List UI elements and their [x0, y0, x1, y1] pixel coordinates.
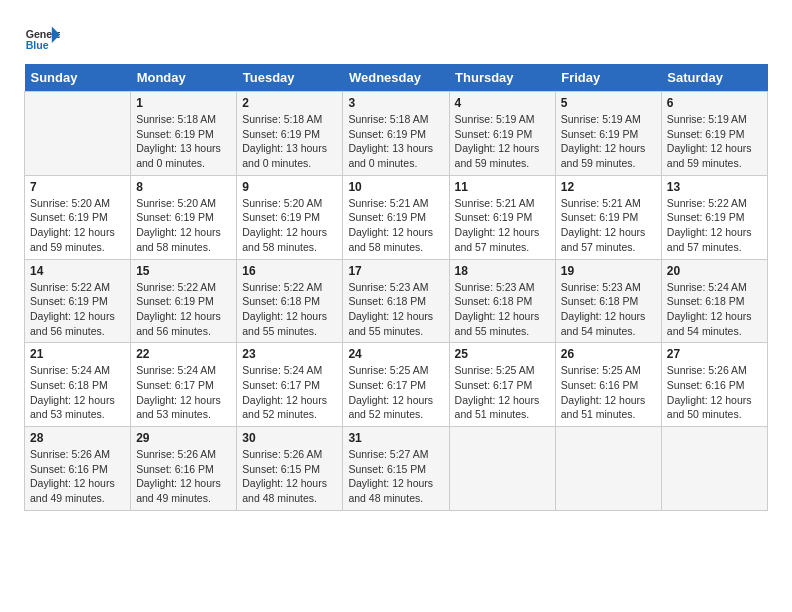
logo: General Blue: [24, 20, 62, 56]
day-number: 9: [242, 180, 337, 194]
day-number: 15: [136, 264, 231, 278]
page-header: General Blue: [24, 20, 768, 56]
day-info: Sunrise: 5:20 AMSunset: 6:19 PMDaylight:…: [242, 196, 337, 255]
day-info: Sunrise: 5:22 AMSunset: 6:19 PMDaylight:…: [136, 280, 231, 339]
calendar-cell: 2Sunrise: 5:18 AMSunset: 6:19 PMDaylight…: [237, 92, 343, 176]
calendar-cell: 15Sunrise: 5:22 AMSunset: 6:19 PMDayligh…: [131, 259, 237, 343]
calendar-cell: 31Sunrise: 5:27 AMSunset: 6:15 PMDayligh…: [343, 427, 449, 511]
calendar-table: SundayMondayTuesdayWednesdayThursdayFrid…: [24, 64, 768, 511]
day-number: 22: [136, 347, 231, 361]
day-number: 18: [455, 264, 550, 278]
weekday-header-thursday: Thursday: [449, 64, 555, 92]
weekday-header-row: SundayMondayTuesdayWednesdayThursdayFrid…: [25, 64, 768, 92]
calendar-cell: 20Sunrise: 5:24 AMSunset: 6:18 PMDayligh…: [661, 259, 767, 343]
day-info: Sunrise: 5:24 AMSunset: 6:18 PMDaylight:…: [667, 280, 762, 339]
day-number: 19: [561, 264, 656, 278]
day-number: 29: [136, 431, 231, 445]
day-number: 20: [667, 264, 762, 278]
calendar-cell: 14Sunrise: 5:22 AMSunset: 6:19 PMDayligh…: [25, 259, 131, 343]
day-info: Sunrise: 5:24 AMSunset: 6:17 PMDaylight:…: [242, 363, 337, 422]
calendar-week-row: 28Sunrise: 5:26 AMSunset: 6:16 PMDayligh…: [25, 427, 768, 511]
weekday-header-tuesday: Tuesday: [237, 64, 343, 92]
day-info: Sunrise: 5:23 AMSunset: 6:18 PMDaylight:…: [561, 280, 656, 339]
day-info: Sunrise: 5:18 AMSunset: 6:19 PMDaylight:…: [348, 112, 443, 171]
calendar-cell: 1Sunrise: 5:18 AMSunset: 6:19 PMDaylight…: [131, 92, 237, 176]
day-number: 25: [455, 347, 550, 361]
calendar-cell: 16Sunrise: 5:22 AMSunset: 6:18 PMDayligh…: [237, 259, 343, 343]
day-info: Sunrise: 5:26 AMSunset: 6:16 PMDaylight:…: [136, 447, 231, 506]
day-number: 2: [242, 96, 337, 110]
day-info: Sunrise: 5:20 AMSunset: 6:19 PMDaylight:…: [136, 196, 231, 255]
day-info: Sunrise: 5:19 AMSunset: 6:19 PMDaylight:…: [561, 112, 656, 171]
weekday-header-friday: Friday: [555, 64, 661, 92]
calendar-cell: 10Sunrise: 5:21 AMSunset: 6:19 PMDayligh…: [343, 175, 449, 259]
day-number: 31: [348, 431, 443, 445]
calendar-cell: 3Sunrise: 5:18 AMSunset: 6:19 PMDaylight…: [343, 92, 449, 176]
day-number: 10: [348, 180, 443, 194]
day-number: 28: [30, 431, 125, 445]
day-number: 4: [455, 96, 550, 110]
calendar-cell: 17Sunrise: 5:23 AMSunset: 6:18 PMDayligh…: [343, 259, 449, 343]
day-number: 21: [30, 347, 125, 361]
calendar-cell: 25Sunrise: 5:25 AMSunset: 6:17 PMDayligh…: [449, 343, 555, 427]
day-number: 11: [455, 180, 550, 194]
day-info: Sunrise: 5:19 AMSunset: 6:19 PMDaylight:…: [455, 112, 550, 171]
calendar-cell: 19Sunrise: 5:23 AMSunset: 6:18 PMDayligh…: [555, 259, 661, 343]
day-info: Sunrise: 5:25 AMSunset: 6:17 PMDaylight:…: [455, 363, 550, 422]
day-number: 13: [667, 180, 762, 194]
calendar-cell: 27Sunrise: 5:26 AMSunset: 6:16 PMDayligh…: [661, 343, 767, 427]
calendar-cell: 13Sunrise: 5:22 AMSunset: 6:19 PMDayligh…: [661, 175, 767, 259]
day-number: 3: [348, 96, 443, 110]
weekday-header-wednesday: Wednesday: [343, 64, 449, 92]
day-info: Sunrise: 5:22 AMSunset: 6:18 PMDaylight:…: [242, 280, 337, 339]
day-info: Sunrise: 5:21 AMSunset: 6:19 PMDaylight:…: [348, 196, 443, 255]
calendar-cell: 12Sunrise: 5:21 AMSunset: 6:19 PMDayligh…: [555, 175, 661, 259]
day-number: 14: [30, 264, 125, 278]
day-number: 30: [242, 431, 337, 445]
calendar-cell: 4Sunrise: 5:19 AMSunset: 6:19 PMDaylight…: [449, 92, 555, 176]
calendar-cell: 23Sunrise: 5:24 AMSunset: 6:17 PMDayligh…: [237, 343, 343, 427]
calendar-cell: 18Sunrise: 5:23 AMSunset: 6:18 PMDayligh…: [449, 259, 555, 343]
calendar-week-row: 7Sunrise: 5:20 AMSunset: 6:19 PMDaylight…: [25, 175, 768, 259]
svg-text:Blue: Blue: [26, 39, 49, 51]
day-number: 12: [561, 180, 656, 194]
day-info: Sunrise: 5:22 AMSunset: 6:19 PMDaylight:…: [667, 196, 762, 255]
weekday-header-saturday: Saturday: [661, 64, 767, 92]
day-number: 27: [667, 347, 762, 361]
logo-icon: General Blue: [24, 20, 60, 56]
calendar-cell: 7Sunrise: 5:20 AMSunset: 6:19 PMDaylight…: [25, 175, 131, 259]
calendar-cell: [25, 92, 131, 176]
day-info: Sunrise: 5:18 AMSunset: 6:19 PMDaylight:…: [136, 112, 231, 171]
day-info: Sunrise: 5:24 AMSunset: 6:18 PMDaylight:…: [30, 363, 125, 422]
calendar-cell: 22Sunrise: 5:24 AMSunset: 6:17 PMDayligh…: [131, 343, 237, 427]
day-number: 24: [348, 347, 443, 361]
day-number: 1: [136, 96, 231, 110]
day-number: 16: [242, 264, 337, 278]
day-info: Sunrise: 5:23 AMSunset: 6:18 PMDaylight:…: [348, 280, 443, 339]
day-info: Sunrise: 5:21 AMSunset: 6:19 PMDaylight:…: [455, 196, 550, 255]
weekday-header-monday: Monday: [131, 64, 237, 92]
day-number: 17: [348, 264, 443, 278]
calendar-cell: 29Sunrise: 5:26 AMSunset: 6:16 PMDayligh…: [131, 427, 237, 511]
day-info: Sunrise: 5:19 AMSunset: 6:19 PMDaylight:…: [667, 112, 762, 171]
day-info: Sunrise: 5:27 AMSunset: 6:15 PMDaylight:…: [348, 447, 443, 506]
calendar-week-row: 21Sunrise: 5:24 AMSunset: 6:18 PMDayligh…: [25, 343, 768, 427]
day-number: 7: [30, 180, 125, 194]
calendar-cell: 9Sunrise: 5:20 AMSunset: 6:19 PMDaylight…: [237, 175, 343, 259]
day-info: Sunrise: 5:21 AMSunset: 6:19 PMDaylight:…: [561, 196, 656, 255]
calendar-cell: 28Sunrise: 5:26 AMSunset: 6:16 PMDayligh…: [25, 427, 131, 511]
calendar-cell: 26Sunrise: 5:25 AMSunset: 6:16 PMDayligh…: [555, 343, 661, 427]
day-info: Sunrise: 5:26 AMSunset: 6:16 PMDaylight:…: [667, 363, 762, 422]
calendar-cell: 30Sunrise: 5:26 AMSunset: 6:15 PMDayligh…: [237, 427, 343, 511]
calendar-cell: 6Sunrise: 5:19 AMSunset: 6:19 PMDaylight…: [661, 92, 767, 176]
day-info: Sunrise: 5:25 AMSunset: 6:16 PMDaylight:…: [561, 363, 656, 422]
day-number: 23: [242, 347, 337, 361]
day-number: 26: [561, 347, 656, 361]
calendar-cell: 24Sunrise: 5:25 AMSunset: 6:17 PMDayligh…: [343, 343, 449, 427]
calendar-cell: 5Sunrise: 5:19 AMSunset: 6:19 PMDaylight…: [555, 92, 661, 176]
day-info: Sunrise: 5:24 AMSunset: 6:17 PMDaylight:…: [136, 363, 231, 422]
calendar-week-row: 1Sunrise: 5:18 AMSunset: 6:19 PMDaylight…: [25, 92, 768, 176]
calendar-cell: [555, 427, 661, 511]
day-info: Sunrise: 5:26 AMSunset: 6:16 PMDaylight:…: [30, 447, 125, 506]
day-info: Sunrise: 5:18 AMSunset: 6:19 PMDaylight:…: [242, 112, 337, 171]
